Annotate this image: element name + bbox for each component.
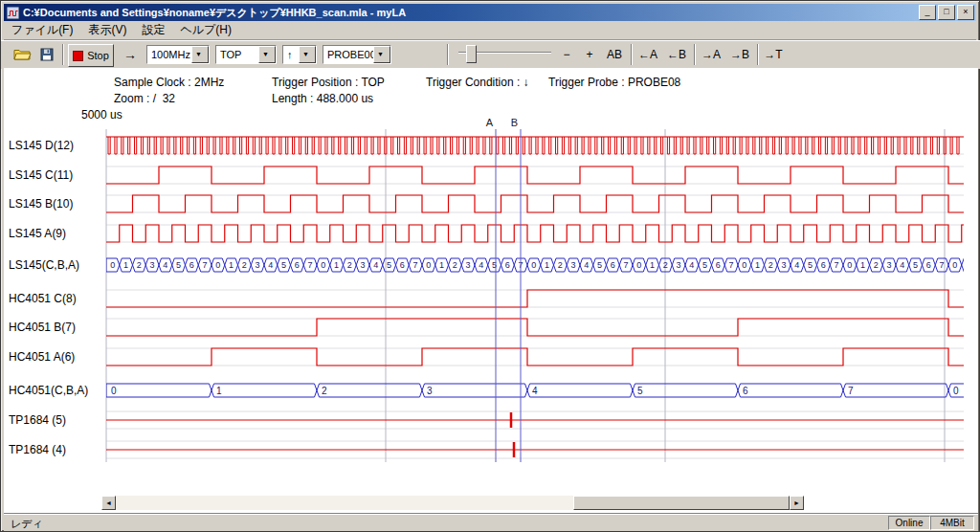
- jump-right-a-button[interactable]: →A: [698, 45, 724, 64]
- dropdown-arrow-icon[interactable]: [373, 46, 390, 63]
- run-button[interactable]: →: [118, 45, 143, 64]
- toolbar-separator: [694, 44, 696, 65]
- floppy-disk-icon: [40, 48, 54, 61]
- dropdown-arrow-icon[interactable]: [191, 46, 209, 63]
- toolbar-separator: [757, 44, 759, 65]
- scroll-right-arrow-icon[interactable]: [790, 496, 804, 510]
- menu-settings[interactable]: 設定: [134, 20, 172, 40]
- toolbar: Stop → 100MHz TOP ↑ PROBE00 − + AB ←A ←B…: [1, 40, 980, 69]
- waveform-client: [4, 68, 978, 513]
- statusbar: レディ Online 4MBit: [4, 513, 978, 531]
- horizontal-scrollbar[interactable]: [101, 496, 804, 510]
- ab-cursors-button[interactable]: AB: [602, 45, 627, 64]
- save-button[interactable]: [35, 44, 58, 65]
- menubar: ファイル(F) 表示(V) 設定 ヘルプ(H): [4, 21, 976, 40]
- scroll-left-arrow-icon[interactable]: [101, 496, 116, 510]
- stop-icon: [73, 51, 83, 61]
- toolbar-separator: [447, 44, 449, 65]
- zoom-in-button[interactable]: +: [579, 45, 600, 64]
- close-button[interactable]: ×: [957, 5, 974, 20]
- scrollbar-thumb[interactable]: [573, 496, 790, 510]
- dropdown-arrow-icon[interactable]: [258, 46, 276, 63]
- menu-view[interactable]: 表示(V): [80, 20, 134, 40]
- status-online: Online: [888, 516, 930, 530]
- app-window: C:¥Documents and Settings¥noname¥デスクトップ¥…: [0, 0, 980, 532]
- sample-clock-select[interactable]: 100MHz: [146, 45, 210, 64]
- trigger-edge-value: ↑: [287, 49, 293, 60]
- open-folder-icon: [13, 48, 32, 61]
- menu-file[interactable]: ファイル(F): [4, 20, 80, 40]
- jump-left-b-button[interactable]: ←B: [663, 45, 690, 64]
- minimize-button[interactable]: _: [919, 5, 936, 20]
- titlebar: C:¥Documents and Settings¥noname¥デスクトップ¥…: [4, 4, 976, 21]
- app-icon: [7, 7, 19, 19]
- zoom-slider-thumb[interactable]: [466, 45, 477, 63]
- stop-button[interactable]: Stop: [68, 44, 114, 67]
- status-memory: 4MBit: [930, 516, 974, 530]
- trigger-position-select[interactable]: TOP: [215, 45, 277, 64]
- menu-help[interactable]: ヘルプ(H): [172, 20, 239, 40]
- goto-trigger-button[interactable]: →T: [761, 45, 786, 64]
- maximize-button[interactable]: □: [938, 5, 955, 20]
- trigger-probe-value: PROBE00: [327, 49, 376, 60]
- toolbar-separator: [62, 44, 64, 65]
- sample-clock-value: 100MHz: [151, 49, 190, 60]
- jump-right-b-button[interactable]: →B: [726, 45, 753, 64]
- open-button[interactable]: [11, 44, 33, 65]
- status-message: レディ: [11, 517, 43, 531]
- window-title: C:¥Documents and Settings¥noname¥デスクトップ¥…: [23, 6, 919, 20]
- trigger-probe-select[interactable]: PROBE00: [323, 45, 391, 64]
- zoom-out-button[interactable]: −: [556, 45, 577, 64]
- trigger-edge-select[interactable]: ↑: [282, 45, 317, 64]
- trigger-position-value: TOP: [220, 49, 241, 60]
- toolbar-separator: [631, 44, 633, 65]
- stop-label: Stop: [87, 50, 109, 61]
- jump-left-a-button[interactable]: ←A: [635, 45, 661, 64]
- dropdown-arrow-icon[interactable]: [299, 46, 316, 63]
